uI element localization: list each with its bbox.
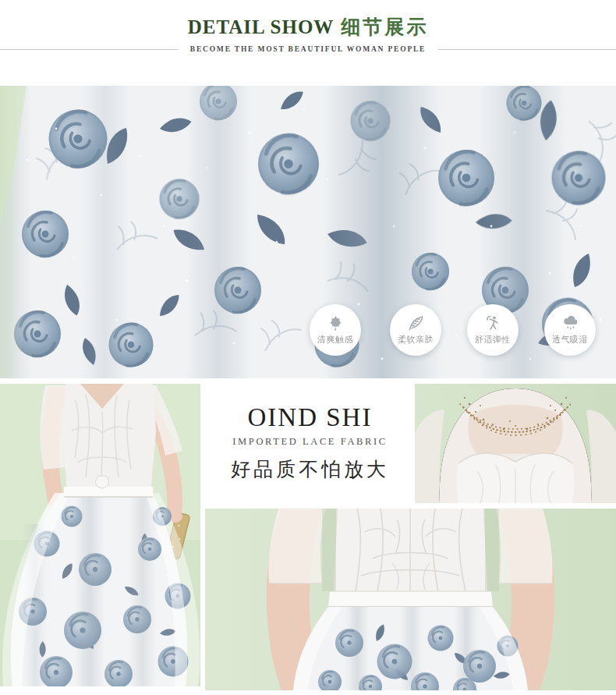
feature-badge: 柔软亲肤 xyxy=(390,304,441,356)
product-detail-page: DETAIL SHOW细节展示 BECOME THE MOST BEAUTIFU… xyxy=(0,0,616,695)
section-title: DETAIL SHOW细节展示 xyxy=(0,14,616,40)
feather-icon xyxy=(407,314,425,332)
promo-text-panel: OIND SHI IMPORTED LACE FABRIC 好品质不怕放大 xyxy=(205,384,415,503)
feature-badge: 清爽触感 xyxy=(310,304,361,356)
section-title-cn: 细节展示 xyxy=(341,16,428,37)
lace-bodice-waist-photo xyxy=(205,509,616,690)
fabric-detail-photo xyxy=(0,86,616,378)
section-subtitle: BECOME THE MOST BEAUTIFUL WOMAN PEOPLE xyxy=(179,45,438,53)
feature-badge-label: 舒适弹性 xyxy=(475,334,511,346)
brand-tagline: IMPORTED LACE FABRIC xyxy=(205,436,415,448)
brand-name: OIND SHI xyxy=(205,403,415,432)
quality-slogan: 好品质不怕放大 xyxy=(205,456,415,482)
rain-cloud-icon xyxy=(561,314,579,332)
feature-badge: 舒适弹性 xyxy=(467,304,519,356)
model-back-view-photo xyxy=(0,384,200,686)
maple-leaf-icon xyxy=(327,314,345,332)
feature-badge: 透气吸湿 xyxy=(544,304,596,356)
beaded-neckline-photo xyxy=(415,384,616,503)
section-title-en: DETAIL SHOW xyxy=(188,16,335,37)
feature-badge-label: 清爽触感 xyxy=(317,334,353,346)
feature-badge-label: 透气吸湿 xyxy=(552,334,588,346)
stretch-person-icon xyxy=(484,314,502,332)
feature-badge-label: 柔软亲肤 xyxy=(398,334,434,346)
